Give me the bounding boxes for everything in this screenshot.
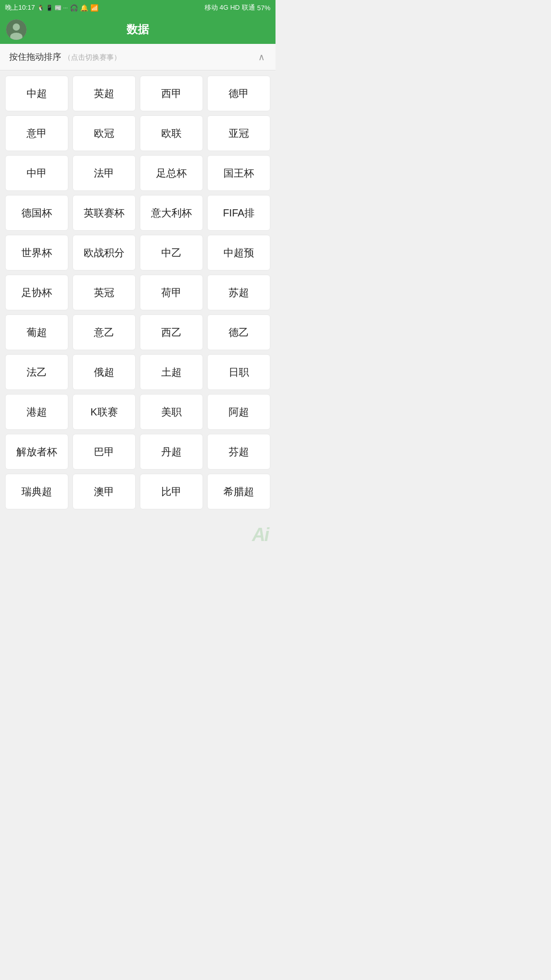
app-header: 数据 (0, 15, 276, 44)
league-item-xilachao[interactable]: 希腊超 (207, 474, 270, 509)
league-item-dey[interactable]: 德乙 (207, 314, 270, 350)
status-wifi-icon: 📶 (90, 4, 98, 12)
subtitle-main: 按住拖动排序 (9, 52, 61, 62)
league-item-echao[interactable]: 俄超 (72, 354, 136, 390)
league-item-xiy[interactable]: 西乙 (140, 314, 203, 350)
status-icons: 🐧 📱 📰 ··· (37, 5, 68, 11)
status-left: 晚上10:17 🐧 📱 📰 ··· 🎧 🔔 📶 (5, 3, 98, 12)
league-item-danchao[interactable]: 丹超 (140, 434, 203, 470)
status-battery: 57% (257, 4, 270, 12)
league-item-yidalibei[interactable]: 意大利杯 (140, 195, 203, 231)
league-item-oulian[interactable]: 欧联 (140, 115, 203, 151)
status-bar: 晚上10:17 🐧 📱 📰 ··· 🎧 🔔 📶 移动 4G HD 联通 57% (0, 0, 276, 15)
league-item-fajia[interactable]: 法甲 (72, 155, 136, 191)
league-item-ruidchao[interactable]: 瑞典超 (5, 474, 68, 509)
status-carrier: 联通 (242, 3, 255, 12)
league-item-yaguan[interactable]: 亚冠 (207, 115, 270, 151)
avatar[interactable] (6, 19, 27, 40)
status-headset-icon: 🎧 (70, 4, 78, 12)
league-grid: 中超英超西甲德甲意甲欧冠欧联亚冠中甲法甲足总杯国王杯德国杯英联赛杯意大利杯FIF… (5, 76, 270, 509)
league-item-achao[interactable]: 阿超 (207, 394, 270, 430)
subtitle-content: 按住拖动排序 （点击切换赛事） (9, 51, 121, 63)
league-item-fay[interactable]: 法乙 (5, 354, 68, 390)
page-title: 数据 (127, 22, 149, 37)
status-bell-icon: 🔔 (80, 4, 88, 12)
league-item-zhjia[interactable]: 中甲 (5, 155, 68, 191)
chevron-up-icon[interactable]: ∧ (256, 52, 266, 62)
league-grid-area: 中超英超西甲德甲意甲欧冠欧联亚冠中甲法甲足总杯国王杯德国杯英联赛杯意大利杯FIF… (0, 70, 276, 520)
league-item-zuixiebei[interactable]: 足协杯 (5, 275, 68, 310)
league-item-hejia[interactable]: 荷甲 (140, 275, 203, 310)
league-item-yingliansbei[interactable]: 英联赛杯 (72, 195, 136, 231)
status-time: 晚上10:17 (5, 3, 35, 12)
league-item-bijia[interactable]: 比甲 (140, 474, 203, 509)
league-item-gangchao[interactable]: 港超 (5, 394, 68, 430)
status-right: 移动 4G HD 联通 57% (205, 3, 270, 12)
league-item-ouzhanjifen[interactable]: 欧战积分 (72, 235, 136, 271)
league-item-zhongchao[interactable]: 中超 (5, 76, 68, 111)
league-item-aojia[interactable]: 澳甲 (72, 474, 136, 509)
league-item-deguobei[interactable]: 德国杯 (5, 195, 68, 231)
league-item-guowangbei[interactable]: 国王杯 (207, 155, 270, 191)
bottom-bar: Ai (0, 520, 276, 550)
league-item-zuzonbei[interactable]: 足总杯 (140, 155, 203, 191)
league-item-tuchao[interactable]: 土超 (140, 354, 203, 390)
league-item-xijia[interactable]: 西甲 (140, 76, 203, 111)
league-item-suchao[interactable]: 苏超 (207, 275, 270, 310)
league-item-zhongchaoyu[interactable]: 中超预 (207, 235, 270, 271)
league-item-dejia[interactable]: 德甲 (207, 76, 270, 111)
league-item-fenchao[interactable]: 芬超 (207, 434, 270, 470)
subtitle-bar[interactable]: 按住拖动排序 （点击切换赛事） ∧ (0, 44, 276, 70)
league-item-bajia[interactable]: 巴甲 (72, 434, 136, 470)
watermark-text: Ai (252, 524, 268, 546)
svg-point-1 (13, 23, 20, 31)
subtitle-hint: （点击切换赛事） (64, 53, 121, 61)
league-item-jiefangzbei[interactable]: 解放者杯 (5, 434, 68, 470)
league-item-fifapai[interactable]: FIFA排 (207, 195, 270, 231)
league-item-yingguan[interactable]: 英冠 (72, 275, 136, 310)
league-item-puchao[interactable]: 葡超 (5, 314, 68, 350)
league-item-ouguan[interactable]: 欧冠 (72, 115, 136, 151)
status-network: 移动 4G HD (205, 3, 240, 12)
league-item-rizhi[interactable]: 日职 (207, 354, 270, 390)
league-item-yiy[interactable]: 意乙 (72, 314, 136, 350)
league-item-yingchao[interactable]: 英超 (72, 76, 136, 111)
league-item-meizhi[interactable]: 美职 (140, 394, 203, 430)
league-item-shijbei[interactable]: 世界杯 (5, 235, 68, 271)
league-item-yijia[interactable]: 意甲 (5, 115, 68, 151)
league-item-kliansi[interactable]: K联赛 (72, 394, 136, 430)
league-item-zhongy[interactable]: 中乙 (140, 235, 203, 271)
